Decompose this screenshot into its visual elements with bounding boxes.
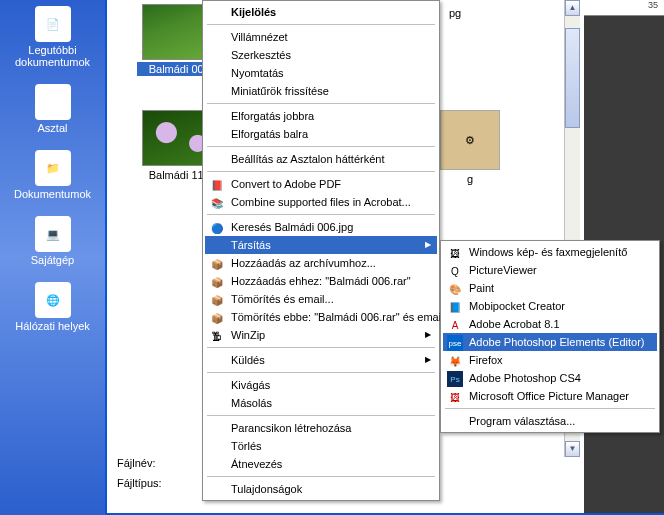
menu-item-rotate-left[interactable]: Elforgatás balra xyxy=(205,125,437,143)
archive-icon: 📦 xyxy=(209,274,225,290)
menu-item-print[interactable]: Nyomtatás xyxy=(205,64,437,82)
desktop-icon: 🖥 xyxy=(35,84,71,120)
submenu-item-photoshop-elements[interactable]: pseAdobe Photoshop Elements (Editor) xyxy=(443,333,657,351)
menu-item-convert-pdf[interactable]: 📕Convert to Adobe PDF xyxy=(205,175,437,193)
pse-icon: pse xyxy=(447,335,463,351)
photoshop-icon: Ps xyxy=(447,371,463,387)
sidebar-item-recent-docs[interactable]: 📄 Legutóbbi dokumentumok xyxy=(0,0,105,78)
sidebar-item-label: Hálózati helyek xyxy=(2,320,103,332)
submenu-item-paint[interactable]: 🎨Paint xyxy=(443,279,657,297)
submenu-item-acrobat[interactable]: AAdobe Acrobat 8.1 xyxy=(443,315,657,333)
sidebar-item-network[interactable]: 🌐 Hálózati helyek xyxy=(0,276,105,342)
thumbnail-item[interactable]: pg xyxy=(435,4,475,20)
office-icon: 🖼 xyxy=(447,389,463,405)
menu-item-send-to[interactable]: Küldés xyxy=(205,351,437,369)
sidebar-item-label: Sajátgép xyxy=(2,254,103,266)
menu-separator xyxy=(445,408,655,409)
documents-icon: 📁 xyxy=(35,150,71,186)
menu-item-rename[interactable]: Átnevezés xyxy=(205,455,437,473)
menu-separator xyxy=(207,214,435,215)
gear-icon: ⚙ xyxy=(440,110,500,170)
sidebar-item-desktop[interactable]: 🖥 Asztal xyxy=(0,78,105,144)
submenu-item-photoshop-cs4[interactable]: PsAdobe Photoshop CS4 xyxy=(443,369,657,387)
sidebar-item-mycomputer[interactable]: 💻 Sajátgép xyxy=(0,210,105,276)
menu-item-search[interactable]: 🔵Keresés Balmádi 006.jpg xyxy=(205,218,437,236)
sidebar-item-label: Asztal xyxy=(2,122,103,134)
archive-icon: 📦 xyxy=(209,292,225,308)
submenu-item-choose-program[interactable]: Program választása... xyxy=(443,412,657,430)
menu-item-rotate-right[interactable]: Elforgatás jobbra xyxy=(205,107,437,125)
submenu-item-windows-viewer[interactable]: 🖼Windows kép- és faxmegjelenítő xyxy=(443,243,657,261)
menu-separator xyxy=(207,476,435,477)
archive-icon: 📦 xyxy=(209,256,225,272)
places-sidebar: 📄 Legutóbbi dokumentumok 🖥 Asztal 📁 Doku… xyxy=(0,0,105,515)
scroll-down-button[interactable]: ▼ xyxy=(565,441,580,457)
submenu-item-office-picture-manager[interactable]: 🖼Microsoft Office Picture Manager xyxy=(443,387,657,405)
menu-item-cut[interactable]: Kivágás xyxy=(205,376,437,394)
filetype-label: Fájltípus: xyxy=(107,473,172,493)
menu-item-preview[interactable]: Villámnézet xyxy=(205,28,437,46)
menu-separator xyxy=(207,103,435,104)
network-icon: 🌐 xyxy=(35,282,71,318)
winzip-icon: 🗜 xyxy=(209,328,225,344)
menu-item-combine-acrobat[interactable]: 📚Combine supported files in Acrobat... xyxy=(205,193,437,211)
menu-item-set-wallpaper[interactable]: Beállítás az Asztalon háttérként xyxy=(205,150,437,168)
search-icon: 🔵 xyxy=(209,220,225,236)
menu-item-winzip[interactable]: 🗜WinZip xyxy=(205,326,437,344)
scrollbar-thumb[interactable] xyxy=(565,28,580,128)
submenu-item-firefox[interactable]: 🦊Firefox xyxy=(443,351,657,369)
menu-item-compress-rar-email[interactable]: 📦Tömörítés ebbe: "Balmádi 006.rar" és em… xyxy=(205,308,437,326)
archive-icon: 📦 xyxy=(209,310,225,326)
acrobat-icon: A xyxy=(447,317,463,333)
menu-separator xyxy=(207,146,435,147)
scroll-up-button[interactable]: ▲ xyxy=(565,0,580,16)
menu-item-add-rar[interactable]: 📦Hozzáadás ehhez: "Balmádi 006.rar" xyxy=(205,272,437,290)
context-menu: Kijelölés Villámnézet Szerkesztés Nyomta… xyxy=(202,0,440,501)
sidebar-item-label: Dokumentumok xyxy=(2,188,103,200)
menu-item-copy[interactable]: Másolás xyxy=(205,394,437,412)
menu-item-compress-email[interactable]: 📦Tömörítés és email... xyxy=(205,290,437,308)
thumbnail-label: g xyxy=(435,172,505,186)
sidebar-item-label: Legutóbbi dokumentumok xyxy=(2,44,103,68)
recent-docs-icon: 📄 xyxy=(35,6,71,42)
menu-separator xyxy=(207,347,435,348)
app-icon: 📘 xyxy=(447,299,463,315)
filename-label: Fájlnév: xyxy=(107,453,166,473)
image-viewer-icon: 🖼 xyxy=(447,245,463,261)
menu-item-refresh-thumbs[interactable]: Miniatűrök frissítése xyxy=(205,82,437,100)
submenu-item-pictureviewer[interactable]: QPictureViewer xyxy=(443,261,657,279)
menu-item-delete[interactable]: Törlés xyxy=(205,437,437,455)
paint-icon: 🎨 xyxy=(447,281,463,297)
app-icon: Q xyxy=(447,263,463,279)
pdf-icon: 📕 xyxy=(209,177,225,193)
submenu-item-mobipocket[interactable]: 📘Mobipocket Creator xyxy=(443,297,657,315)
menu-item-create-shortcut[interactable]: Parancsikon létrehozása xyxy=(205,419,437,437)
computer-icon: 💻 xyxy=(35,216,71,252)
menu-separator xyxy=(207,171,435,172)
menu-separator xyxy=(207,372,435,373)
sidebar-item-documents[interactable]: 📁 Dokumentumok xyxy=(0,144,105,210)
menu-item-selection[interactable]: Kijelölés xyxy=(205,3,437,21)
menu-separator xyxy=(207,24,435,25)
firefox-icon: 🦊 xyxy=(447,353,463,369)
menu-item-add-archive[interactable]: 📦Hozzáadás az archívumhoz... xyxy=(205,254,437,272)
menu-separator xyxy=(207,415,435,416)
thumbnail-item[interactable]: ⚙ g xyxy=(435,110,505,186)
ruler: 35 xyxy=(584,0,664,16)
open-with-submenu: 🖼Windows kép- és faxmegjelenítő QPicture… xyxy=(440,240,660,433)
acrobat-icon: 📚 xyxy=(209,195,225,211)
menu-item-edit[interactable]: Szerkesztés xyxy=(205,46,437,64)
thumbnail-label: pg xyxy=(435,6,475,20)
menu-item-properties[interactable]: Tulajdonságok xyxy=(205,480,437,498)
menu-item-open-with[interactable]: Társítás xyxy=(205,236,437,254)
